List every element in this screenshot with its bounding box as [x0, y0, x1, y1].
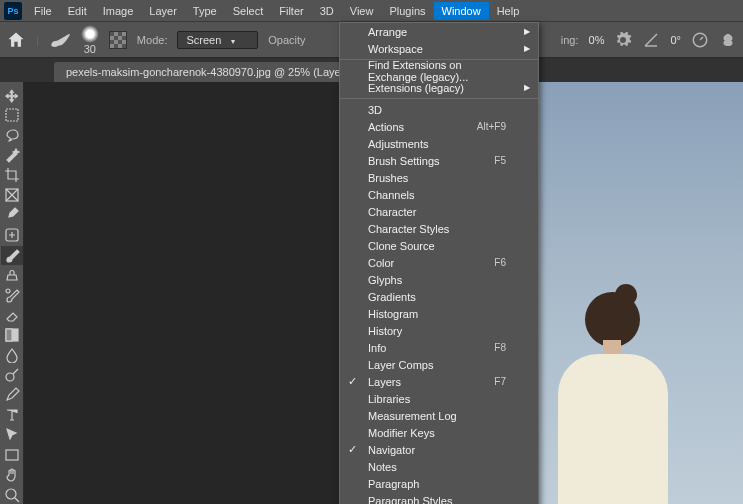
- menu-item-modifier-keys[interactable]: Modifier Keys: [340, 424, 538, 441]
- main-menubar: Ps FileEditImageLayerTypeSelectFilter3DV…: [0, 0, 743, 22]
- tool-magic-wand[interactable]: [1, 146, 23, 165]
- menu-edit[interactable]: Edit: [60, 2, 95, 20]
- window-menu-dropdown: Arrange▶Workspace▶Find Extensions on Exc…: [339, 22, 539, 504]
- shortcut-label: F5: [494, 155, 506, 166]
- image-subject: [543, 292, 683, 504]
- canvas-image: [523, 82, 743, 504]
- shortcut-label: F6: [494, 257, 506, 268]
- menu-item-character-styles[interactable]: Character Styles: [340, 220, 538, 237]
- opacity-label: Opacity: [268, 34, 305, 46]
- check-icon: ✓: [348, 375, 357, 388]
- svg-point-9: [6, 489, 16, 499]
- menu-3d[interactable]: 3D: [312, 2, 342, 20]
- menu-filter[interactable]: Filter: [271, 2, 311, 20]
- brush-preview-icon: [81, 25, 99, 43]
- menu-item-clone-source[interactable]: Clone Source: [340, 237, 538, 254]
- gear-icon[interactable]: [614, 31, 632, 49]
- mode-label: Mode:: [137, 34, 168, 46]
- tool-path-select[interactable]: [1, 425, 23, 444]
- blend-mode-select[interactable]: Screen▾: [177, 31, 258, 49]
- menu-layer[interactable]: Layer: [141, 2, 185, 20]
- menu-plugins[interactable]: Plugins: [381, 2, 433, 20]
- shortcut-label: Alt+F9: [477, 121, 506, 132]
- menu-item-history[interactable]: History: [340, 322, 538, 339]
- tool-healing-brush[interactable]: [1, 226, 23, 245]
- brush-size-value: 30: [84, 43, 96, 55]
- svg-rect-1: [6, 109, 18, 121]
- menu-item-color[interactable]: ColorF6: [340, 254, 538, 271]
- tool-history-brush[interactable]: [1, 286, 23, 305]
- menu-item-measurement-log[interactable]: Measurement Log: [340, 407, 538, 424]
- smoothing-label: ing:: [561, 34, 579, 46]
- menu-item-info[interactable]: InfoF8: [340, 339, 538, 356]
- svg-rect-6: [6, 329, 12, 341]
- menu-item-actions[interactable]: ActionsAlt+F9: [340, 118, 538, 135]
- tool-frame[interactable]: [1, 186, 23, 205]
- svg-rect-8: [6, 450, 18, 460]
- menu-item-extensions-legacy[interactable]: Extensions (legacy)▶: [340, 79, 538, 96]
- svg-point-7: [6, 373, 14, 381]
- menu-item-brush-settings[interactable]: Brush SettingsF5: [340, 152, 538, 169]
- tool-gradient[interactable]: [1, 325, 23, 344]
- shortcut-label: F7: [494, 376, 506, 387]
- menu-item-brushes[interactable]: Brushes: [340, 169, 538, 186]
- tool-pen[interactable]: [1, 385, 23, 404]
- tool-blur[interactable]: [1, 345, 23, 364]
- tool-move[interactable]: [1, 86, 23, 105]
- tools-panel: [0, 82, 24, 504]
- menu-window[interactable]: Window: [434, 2, 489, 20]
- menu-item-arrange[interactable]: Arrange▶: [340, 23, 538, 40]
- submenu-arrow-icon: ▶: [524, 44, 530, 53]
- submenu-arrow-icon: ▶: [524, 83, 530, 92]
- menu-item-libraries[interactable]: Libraries: [340, 390, 538, 407]
- smoothing-value[interactable]: 0%: [589, 34, 605, 46]
- menu-item-character[interactable]: Character: [340, 203, 538, 220]
- menu-item-notes[interactable]: Notes: [340, 458, 538, 475]
- tool-lasso[interactable]: [1, 126, 23, 145]
- menu-item-3d[interactable]: 3D: [340, 101, 538, 118]
- pressure-icon[interactable]: [691, 31, 709, 49]
- tool-zoom[interactable]: [1, 485, 23, 504]
- menu-image[interactable]: Image: [95, 2, 142, 20]
- menu-item-find-extensions-on-exchange-legacy[interactable]: Find Extensions on Exchange (legacy)...: [340, 62, 538, 79]
- chevron-down-icon: ▾: [231, 37, 235, 46]
- menu-item-glyphs[interactable]: Glyphs: [340, 271, 538, 288]
- menu-item-channels[interactable]: Channels: [340, 186, 538, 203]
- tool-brush[interactable]: [1, 246, 23, 265]
- menu-item-adjustments[interactable]: Adjustments: [340, 135, 538, 152]
- tool-rectangle[interactable]: [1, 445, 23, 464]
- menu-type[interactable]: Type: [185, 2, 225, 20]
- menu-item-layer-comps[interactable]: Layer Comps: [340, 356, 538, 373]
- tool-eyedropper[interactable]: [1, 206, 23, 225]
- angle-icon[interactable]: [642, 31, 660, 49]
- menu-item-histogram[interactable]: Histogram: [340, 305, 538, 322]
- tool-dodge[interactable]: [1, 365, 23, 384]
- tool-type[interactable]: [1, 405, 23, 424]
- tool-hand[interactable]: [1, 465, 23, 484]
- angle-value[interactable]: 0°: [670, 34, 681, 46]
- tool-rect-marquee[interactable]: [1, 106, 23, 125]
- menu-item-workspace[interactable]: Workspace▶: [340, 40, 538, 57]
- app-logo: Ps: [4, 2, 22, 20]
- home-icon[interactable]: [6, 30, 26, 50]
- submenu-arrow-icon: ▶: [524, 27, 530, 36]
- brush-panel-toggle[interactable]: [109, 31, 127, 49]
- tool-crop[interactable]: [1, 166, 23, 185]
- menu-item-gradients[interactable]: Gradients: [340, 288, 538, 305]
- check-icon: ✓: [348, 443, 357, 456]
- menu-item-navigator[interactable]: ✓Navigator: [340, 441, 538, 458]
- menu-item-paragraph-styles[interactable]: Paragraph Styles: [340, 492, 538, 504]
- menu-item-layers[interactable]: ✓LayersF7: [340, 373, 538, 390]
- brush-tool-icon: [49, 33, 71, 47]
- menu-view[interactable]: View: [342, 2, 382, 20]
- tool-clone-stamp[interactable]: [1, 266, 23, 285]
- menu-select[interactable]: Select: [225, 2, 272, 20]
- svg-point-4: [6, 289, 10, 293]
- butterfly-icon[interactable]: [719, 31, 737, 49]
- menu-file[interactable]: File: [26, 2, 60, 20]
- tool-eraser[interactable]: [1, 305, 23, 324]
- menu-help[interactable]: Help: [489, 2, 528, 20]
- shortcut-label: F8: [494, 342, 506, 353]
- menu-item-paragraph[interactable]: Paragraph: [340, 475, 538, 492]
- brush-size-display[interactable]: 30: [81, 25, 99, 55]
